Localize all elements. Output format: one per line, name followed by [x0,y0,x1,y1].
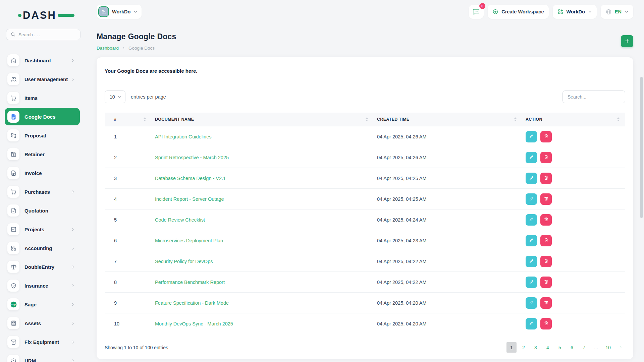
delete-button[interactable] [540,318,552,329]
sidebar-item-sage[interactable]: sageSage [5,296,80,313]
sidebar-item-hrm[interactable]: HRM [5,352,80,362]
sidebar-item-label: Retainer [24,152,45,157]
grid-plus-icon [557,9,564,15]
sage-icon: sage [7,298,19,310]
create-workspace-label: Create Workspace [501,9,544,14]
save-icon [7,148,19,160]
page-10-button[interactable]: 10 [603,342,613,353]
delete-button[interactable] [540,131,552,142]
file-check-icon [7,204,19,217]
delete-button[interactable] [540,256,552,267]
chevron-right-icon [71,302,75,307]
entries-per-page-select[interactable]: 10 [105,90,125,103]
edit-button[interactable] [526,214,537,226]
delete-button[interactable] [540,214,552,226]
column-header-[interactable]: # [105,113,155,126]
brand-logo-text: DASH [23,9,56,21]
topbar-actions: 0 Create Workspace WorkDo EN [469,5,633,19]
delete-button[interactable] [540,152,552,163]
edit-button[interactable] [526,297,537,309]
workspace-switcher-label: WorkDo [567,9,585,14]
delete-button[interactable] [540,277,552,288]
sidebar-item-quotation[interactable]: Quotation [5,202,80,219]
trash-icon [544,134,549,140]
page-5-button[interactable]: 5 [555,342,565,353]
sidebar-item-assets[interactable]: Assets [5,314,80,332]
document-link[interactable]: API Integration Guidelines [155,134,211,139]
chevron-right-icon [71,340,75,344]
row-number: 3 [105,168,155,189]
language-selector[interactable]: EN [601,5,633,19]
page-3-button[interactable]: 3 [531,342,541,353]
edit-button[interactable] [526,131,537,142]
chevron-right-icon [71,227,75,232]
column-header-document-name[interactable]: DOCUMENT NAME [155,113,377,126]
delete-button[interactable] [540,235,552,246]
scrollbar-thumb[interactable] [640,77,643,218]
page-1-button[interactable]: 1 [506,342,517,353]
sidebar-item-retainer[interactable]: Retainer [5,145,80,163]
messages-button[interactable]: 0 [469,5,484,19]
sidebar-item-fix-equipment[interactable]: Fix Equipment [5,333,80,351]
sidebar-item-label: Google Docs [24,114,56,120]
sidebar-item-purchases[interactable]: Purchases [5,183,80,200]
table-search-input[interactable] [562,90,625,103]
edit-button[interactable] [526,152,537,163]
sidebar-item-proposal[interactable]: Proposal [5,127,80,144]
column-header-created-time[interactable]: CREATED TIME [377,113,526,126]
edit-button[interactable] [526,277,537,288]
chevron-right-icon [71,190,75,194]
document-link[interactable]: Code Review Checklist [155,217,205,223]
sidebar-item-insurance[interactable]: Insurance [5,277,80,294]
delete-button[interactable] [540,193,552,205]
page-2-button[interactable]: 2 [519,342,529,353]
page-7-button[interactable]: 7 [579,342,589,353]
edit-button[interactable] [526,235,537,246]
sidebar-item-google-docs[interactable]: Google Docs [5,108,80,125]
docs-table: #DOCUMENT NAMECREATED TIMEACTION 1API In… [105,113,625,334]
document-link[interactable]: Sprint Retrospective - March 2025 [155,155,229,160]
edit-button[interactable] [526,193,537,205]
sidebar-item-label: Items [24,95,38,101]
shield-check-icon [7,280,19,292]
file-text-icon [7,167,19,179]
workspace-switcher[interactable]: WorkDo [553,5,597,19]
sidebar-item-accounting[interactable]: Accounting [5,239,80,257]
document-link[interactable]: Feature Specification - Dark Mode [155,300,229,306]
showing-entries-text: Showing 1 to 10 of 100 entries [105,345,168,350]
grid-plus-icon [7,242,19,254]
sidebar-item-user-management[interactable]: User Management [5,70,80,88]
sidebar-item-label: Purchases [24,189,50,195]
sidebar-search-input[interactable] [6,29,80,40]
delete-button[interactable] [540,173,552,184]
document-link[interactable]: Microservices Deployment Plan [155,238,223,243]
sidebar-item-doubleentry[interactable]: DoubleEntry [5,258,80,276]
page-6-button[interactable]: 6 [567,342,577,353]
breadcrumb-dashboard-link[interactable]: Dashboard [97,46,119,51]
messages-badge: 0 [479,3,485,9]
next-page-button[interactable] [615,342,625,353]
sidebar-item-dashboard[interactable]: Dashboard [5,52,80,69]
edit-button[interactable] [526,256,537,267]
page-4-button[interactable]: 4 [543,342,553,353]
brand-logo[interactable]: DASH [23,9,64,21]
edit-button[interactable] [526,318,537,329]
sidebar-item-invoice[interactable]: Invoice [5,164,80,182]
document-link[interactable]: Performance Benchmark Report [155,280,225,285]
document-link[interactable]: Monthly DevOps Sync - March 2025 [155,321,233,326]
sidebar-item-label: Fix Equipment [24,339,59,345]
add-google-doc-button[interactable] [621,35,633,47]
delete-button[interactable] [540,297,552,309]
edit-button[interactable] [526,173,537,184]
created-time: 04 Apr 2025, 04:22 AM [377,251,526,272]
column-header-action[interactable]: ACTION [526,113,625,126]
document-link[interactable]: Database Schema Design - V2.1 [155,176,226,181]
sidebar-item-items[interactable]: Items [5,89,80,107]
create-workspace-button[interactable]: Create Workspace [488,5,548,19]
sidebar-item-projects[interactable]: Projects [5,221,80,238]
document-link[interactable]: Security Policy for DevOps [155,259,213,264]
row-number: 5 [105,209,155,230]
workspace-selector[interactable]: WorkDo [97,5,142,19]
archive-icon [7,336,19,348]
document-link[interactable]: Incident Report - Server Outage [155,196,224,202]
